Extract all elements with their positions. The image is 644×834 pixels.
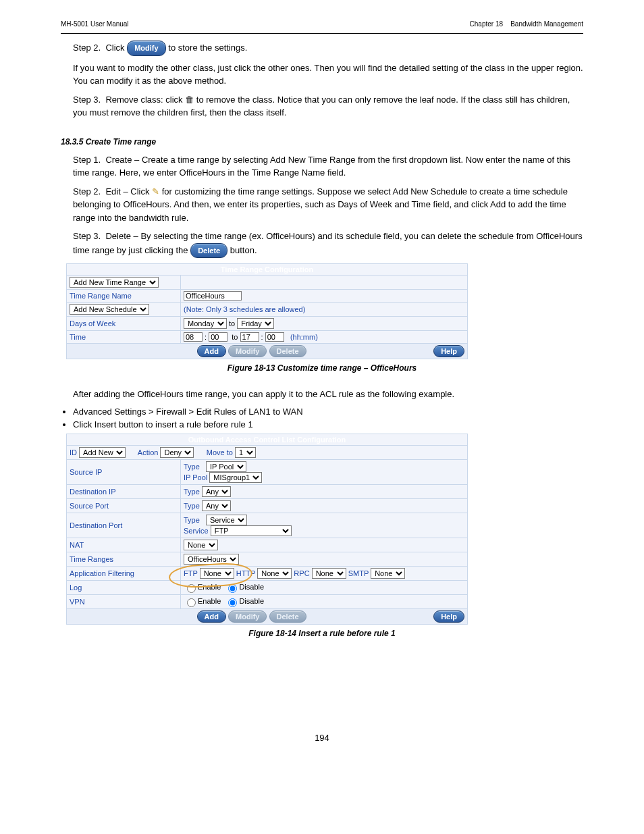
label-dport: Destination Port	[67, 513, 181, 538]
label-vpn: VPN	[67, 594, 181, 608]
caption1: Figure 18-13 Customize time range – Offi…	[61, 363, 583, 373]
srcip-pool-select[interactable]: MISgroup1	[209, 472, 262, 483]
vpn-disable-radio[interactable]	[228, 598, 237, 607]
trash-icon: 🗑	[185, 95, 194, 105]
tbl2-help-button[interactable]: Help	[433, 610, 464, 623]
ex-s3-a: Step 3. Delete – By selecting the time r…	[73, 231, 583, 255]
day-from-select[interactable]: Monday	[184, 318, 227, 329]
after-time-range: After adding the OfficeHours time range,…	[73, 388, 583, 401]
label-sport: Source Port	[67, 498, 181, 513]
af-http-select[interactable]: None	[257, 568, 292, 579]
pencil-icon: ✎	[152, 186, 159, 197]
timeranges-select[interactable]: OfficeHours	[184, 554, 239, 565]
vpn-enable-label: Enable	[198, 596, 221, 604]
section-title: 18.3.5 Create Time range	[61, 137, 583, 147]
af-ftp-select[interactable]: None	[200, 568, 234, 579]
page-number: 194	[61, 733, 583, 743]
sport-type-label: Type	[184, 502, 200, 510]
id-select[interactable]: Add New	[79, 447, 126, 458]
time-h1-input[interactable]	[184, 332, 203, 342]
ex-s1: Step 1. Create – Create a time range by …	[73, 153, 583, 180]
vpn-enable-radio[interactable]	[187, 598, 196, 607]
header-divider	[61, 33, 583, 34]
time-range-table: Time Range Configuration Add New Time Ra…	[66, 263, 468, 359]
tbl2-delete-button[interactable]: Delete	[269, 610, 306, 623]
header-product: MH-5001 User Manual	[61, 20, 129, 28]
tbl2-add-button[interactable]: Add	[197, 610, 226, 623]
vpn-disable-label: Disable	[239, 596, 264, 604]
add-time-range-select[interactable]: Add New Time Range	[70, 277, 159, 288]
step2-text-b: to store the settings.	[168, 43, 247, 53]
af-rpc-label: RPC	[294, 569, 309, 577]
sport-type-select[interactable]: Any	[202, 500, 231, 511]
dport-service-label: Service	[184, 527, 209, 535]
label-days: Days of Week	[67, 317, 181, 331]
time-range-name-input[interactable]	[184, 291, 242, 301]
ex-s3-b: button.	[230, 245, 257, 255]
dport-service-select[interactable]: FTP	[211, 525, 292, 536]
header-chapter: Chapter 18 Bandwidth Management	[470, 20, 583, 28]
add-schedule-select[interactable]: Add New Schedule	[70, 304, 149, 315]
modify-button[interactable]: Modify	[127, 41, 165, 56]
log-enable-radio[interactable]	[187, 584, 196, 593]
af-smtp-label: SMTP	[348, 569, 369, 577]
tbl1-modify-button[interactable]: Modify	[228, 345, 267, 357]
li2: Click Insert button to insert a rule bef…	[73, 419, 583, 429]
li1: Advanced Settings > Firewall > Edit Rule…	[73, 407, 583, 417]
step3-line: Step 3. Remove class: click 🗑 to remove …	[73, 93, 583, 120]
af-ftp-label: FTP	[184, 569, 198, 577]
af-http-label: HTTP	[236, 569, 256, 577]
log-disable-radio[interactable]	[228, 584, 237, 593]
time-h2-input[interactable]	[240, 332, 259, 342]
label-time: Time	[67, 331, 181, 344]
hhmm: (hh:mm)	[290, 333, 318, 341]
nat-select[interactable]: None	[184, 540, 218, 550]
ex-s2: Step 2. Edit – Click ✎ for customizing t…	[73, 185, 583, 225]
id-label: ID	[70, 448, 77, 457]
tbl2-title: Outbound Access Control List Configurati…	[67, 434, 468, 445]
dstip-type-label: Type	[184, 488, 200, 496]
log-disable-label: Disable	[239, 582, 264, 590]
label-af: Application Filtering	[67, 566, 181, 580]
step2-after: If you want to modify the other class, j…	[73, 61, 583, 88]
label-time-range-name: Time Range Name	[67, 290, 181, 303]
time-m2-input[interactable]	[265, 332, 284, 342]
step2-text-a: Step 2. Click	[73, 43, 127, 53]
moveto-select[interactable]: 1	[235, 447, 256, 458]
schedule-note: (Note: Only 3 schedules are allowed)	[181, 303, 468, 317]
step3-a: Step 3. Remove class: click	[73, 95, 185, 105]
action-select[interactable]: Deny	[160, 447, 194, 458]
to-text: to	[229, 319, 235, 328]
dstip-type-select[interactable]: Any	[202, 486, 231, 497]
label-nat: NAT	[67, 538, 181, 552]
srcip-type-select[interactable]: IP Pool	[206, 461, 246, 472]
label-srcip: Source IP	[67, 459, 181, 484]
tbl1-delete-button[interactable]: Delete	[269, 345, 306, 357]
ex-s3: Step 3. Delete – By selecting the time r…	[73, 230, 583, 258]
ex-s2-a: Step 2. Edit – Click	[73, 186, 152, 197]
srcip-pool-label: IP Pool	[184, 473, 207, 481]
tbl1-help-button[interactable]: Help	[433, 345, 464, 357]
day-to-select[interactable]: Friday	[237, 318, 274, 329]
label-log: Log	[67, 580, 181, 594]
delete-button[interactable]: Delete	[190, 243, 227, 259]
label-tr: Time Ranges	[67, 552, 181, 566]
time-to: to	[232, 333, 238, 341]
af-smtp-select[interactable]: None	[371, 568, 405, 579]
action-label: Action	[138, 448, 159, 457]
moveto-label: Move to	[207, 448, 233, 457]
srcip-type-label: Type	[184, 463, 200, 471]
tbl1-add-button[interactable]: Add	[197, 345, 226, 357]
log-enable-label: Enable	[198, 582, 221, 590]
caption2: Figure 18-14 Insert a rule before rule 1	[61, 629, 583, 638]
step2-line: Step 2. Click Modify to store the settin…	[73, 41, 583, 56]
tbl2-modify-button[interactable]: Modify	[228, 610, 267, 623]
dport-type-select[interactable]: Service	[206, 515, 247, 525]
label-dstip: Destination IP	[67, 484, 181, 498]
af-rpc-select[interactable]: None	[312, 568, 346, 579]
tbl1-title: Time Range Configuration	[67, 264, 468, 276]
dport-type-label: Type	[184, 516, 200, 524]
time-m1-input[interactable]	[209, 332, 227, 342]
acl-table: Outbound Access Control List Configurati…	[66, 434, 468, 625]
